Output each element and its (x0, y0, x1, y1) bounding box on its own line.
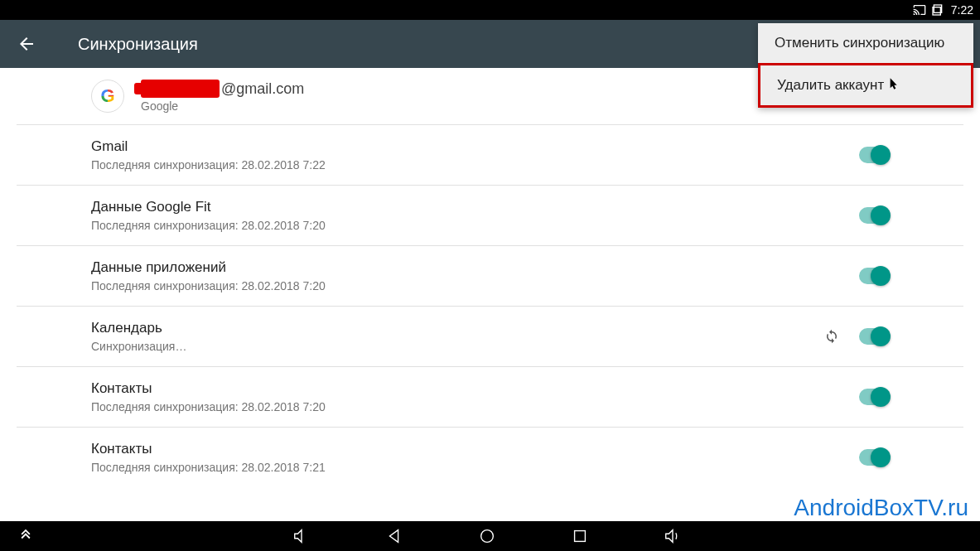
sync-item-subtitle: Последняя синхронизация: 28.02.2018 7:20 (91, 219, 326, 232)
cursor-icon (886, 77, 900, 94)
sync-toggle[interactable] (859, 147, 889, 163)
sync-item-subtitle: Последняя синхронизация: 28.02.2018 7:20 (91, 279, 326, 292)
status-time: 7:22 (951, 3, 973, 17)
sync-item[interactable]: КалендарьСинхронизация… (17, 307, 963, 367)
sync-item-title: Календарь (91, 320, 186, 336)
windows-icon (931, 3, 944, 17)
back-nav-button[interactable] (385, 527, 403, 545)
svg-point-2 (480, 530, 493, 543)
google-logo-icon: G (91, 80, 124, 113)
menu-item-delete-account-label: Удалить аккаунт (777, 77, 884, 93)
menu-item-delete-account[interactable]: Удалить аккаунт (758, 63, 973, 108)
sync-spinner-icon (824, 329, 839, 344)
back-button[interactable] (17, 34, 36, 54)
sync-item-subtitle: Последняя синхронизация: 28.02.2018 7:22 (91, 158, 326, 172)
sync-toggle[interactable] (859, 449, 889, 466)
sync-item-title: Контакты (91, 441, 326, 457)
content-area: G @gmail.com Google GmailПоследняя синхр… (0, 68, 980, 487)
page-title: Синхронизация (78, 35, 198, 54)
sync-item-title: Данные приложений (91, 259, 326, 276)
sync-item[interactable]: GmailПоследняя синхронизация: 28.02.2018… (17, 125, 963, 186)
sync-toggle[interactable] (859, 207, 889, 224)
sync-item[interactable]: КонтактыПоследняя синхронизация: 28.02.2… (17, 367, 963, 428)
volume-up-button[interactable] (664, 527, 682, 545)
overflow-menu: Отменить синхронизацию Удалить аккаунт (758, 23, 973, 108)
sync-item-title: Данные Google Fit (91, 199, 326, 215)
sync-item[interactable]: КонтактыПоследняя синхронизация: 28.02.2… (17, 428, 963, 487)
sync-toggle[interactable] (859, 328, 889, 345)
menu-item-cancel-sync[interactable]: Отменить синхронизацию (758, 23, 973, 63)
sync-item-subtitle: Последняя синхронизация: 28.02.2018 7:21 (91, 461, 326, 474)
navigation-bar (0, 521, 980, 551)
sync-item-title: Контакты (91, 380, 326, 397)
expand-button[interactable] (17, 527, 35, 545)
status-bar: 7:22 (0, 0, 980, 20)
home-nav-button[interactable] (478, 527, 496, 545)
sync-item[interactable]: Данные Google FitПоследняя синхронизация… (17, 186, 963, 246)
sync-toggle[interactable] (859, 389, 889, 405)
email-suffix: @gmail.com (221, 80, 304, 98)
recent-nav-button[interactable] (571, 527, 589, 545)
account-email: @gmail.com (141, 80, 304, 98)
watermark: AndroidBoxTV.ru (794, 495, 968, 521)
sync-item[interactable]: Данные приложенийПоследняя синхронизация… (17, 246, 963, 307)
volume-down-button[interactable] (292, 527, 311, 545)
sync-item-subtitle: Синхронизация… (91, 340, 186, 353)
sync-item-title: Gmail (91, 138, 326, 155)
redacted-email-prefix (141, 80, 220, 98)
sync-list: GmailПоследняя синхронизация: 28.02.2018… (17, 125, 963, 487)
cast-icon (913, 3, 926, 17)
sync-toggle[interactable] (859, 268, 889, 284)
svg-rect-3 (574, 531, 585, 542)
account-provider: Google (141, 99, 304, 113)
sync-item-subtitle: Последняя синхронизация: 28.02.2018 7:20 (91, 400, 326, 413)
